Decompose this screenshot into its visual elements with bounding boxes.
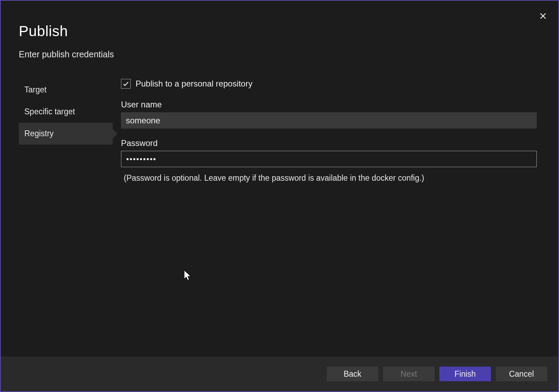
back-button[interactable]: Back bbox=[327, 367, 378, 381]
close-icon bbox=[539, 12, 547, 20]
password-input[interactable] bbox=[121, 151, 537, 167]
publish-dialog: Publish Enter publish credentials Target… bbox=[0, 0, 559, 392]
personal-repo-row: Publish to a personal repository bbox=[121, 79, 537, 89]
dialog-subtitle: Enter publish credentials bbox=[19, 49, 540, 59]
password-hint: (Password is optional. Leave empty if th… bbox=[121, 173, 537, 183]
username-label: User name bbox=[121, 100, 537, 109]
dialog-body: Target Specific target Registry Publish … bbox=[1, 59, 558, 357]
checkmark-icon bbox=[122, 80, 129, 87]
password-label: Password bbox=[121, 138, 537, 148]
wizard-sidebar: Target Specific target Registry bbox=[19, 79, 113, 357]
close-button[interactable] bbox=[537, 10, 549, 22]
username-input[interactable] bbox=[121, 112, 537, 129]
cancel-button[interactable]: Cancel bbox=[496, 367, 547, 381]
sidebar-item-specific-target[interactable]: Specific target bbox=[19, 101, 113, 123]
personal-repo-label: Publish to a personal repository bbox=[136, 79, 252, 89]
sidebar-item-label: Specific target bbox=[24, 107, 75, 116]
dialog-title: Publish bbox=[19, 23, 540, 40]
finish-button[interactable]: Finish bbox=[439, 367, 491, 381]
sidebar-item-target[interactable]: Target bbox=[19, 79, 113, 101]
personal-repo-checkbox[interactable] bbox=[121, 79, 131, 89]
dialog-footer: Back Next Finish Cancel bbox=[1, 357, 558, 391]
dialog-header: Publish Enter publish credentials bbox=[1, 1, 558, 59]
form-content: Publish to a personal repository User na… bbox=[113, 79, 540, 357]
next-button: Next bbox=[383, 367, 435, 381]
sidebar-item-label: Target bbox=[24, 85, 47, 94]
sidebar-item-registry[interactable]: Registry bbox=[19, 123, 113, 145]
sidebar-item-label: Registry bbox=[24, 129, 54, 138]
